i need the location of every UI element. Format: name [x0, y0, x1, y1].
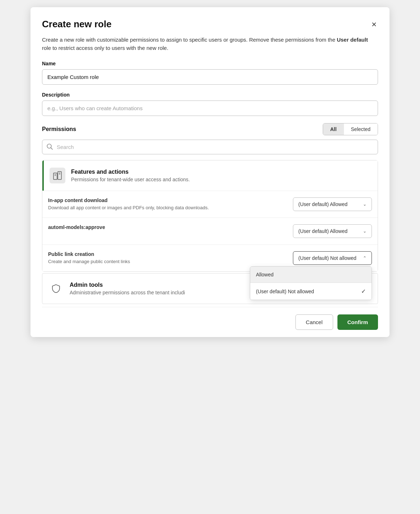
automl-models-approve-row: automl-models:approve (User default) All…: [42, 218, 378, 244]
in-app-content-download-select-container: (User default) Allowed ⌄: [293, 197, 372, 211]
name-label: Name: [42, 61, 378, 66]
public-link-creation-select-container: (User default) Not allowed ⌃ Allowed (Us…: [293, 251, 372, 265]
permissions-header: Permissions All Selected: [42, 123, 378, 135]
in-app-content-download-row: In-app content download Download all app…: [42, 191, 378, 218]
modal-description: Create a new role with customizable perm…: [42, 36, 378, 52]
confirm-button[interactable]: Confirm: [337, 314, 378, 330]
search-input[interactable]: [42, 140, 378, 154]
description-input[interactable]: [42, 101, 378, 116]
features-actions-desc: Permissions for tenant-wide user access …: [71, 177, 190, 182]
description-label: Description: [42, 92, 378, 98]
close-button[interactable]: ×: [370, 19, 378, 30]
modal-header: Create new role ×: [42, 19, 378, 30]
chevron-down-icon: ⌄: [363, 202, 367, 207]
public-link-creation-name: Public link creation: [48, 251, 287, 257]
permissions-label: Permissions: [42, 126, 76, 132]
svg-rect-3: [58, 172, 61, 179]
admin-tools-title: Admin tools: [70, 282, 185, 288]
dropdown-item-user-default-not-allowed[interactable]: (User default) Not allowed ✓: [250, 283, 372, 300]
modal-footer: Cancel Confirm: [42, 307, 378, 337]
automl-models-approve-select[interactable]: (User default) Allowed ⌄: [293, 224, 372, 238]
admin-tools-desc: Administrative permissions across the te…: [70, 290, 185, 295]
chevron-up-icon: ⌃: [363, 256, 367, 261]
modal-title: Create new role: [42, 19, 112, 30]
cancel-button[interactable]: Cancel: [295, 314, 333, 330]
public-link-creation-desc: Create and manage public content links: [48, 258, 287, 265]
in-app-content-download-desc: Download all app content or images and P…: [48, 205, 287, 211]
chevron-down-icon: ⌄: [363, 229, 367, 234]
toggle-selected-button[interactable]: Selected: [344, 123, 378, 135]
in-app-content-download-select[interactable]: (User default) Allowed ⌄: [293, 197, 372, 211]
automl-models-approve-select-container: (User default) Allowed ⌄: [293, 224, 372, 238]
public-link-creation-dropdown: Allowed (User default) Not allowed ✓: [250, 266, 372, 300]
in-app-content-download-name: In-app content download: [48, 197, 287, 203]
features-actions-section: Features and actions Permissions for ten…: [42, 160, 378, 272]
admin-tools-icon: [48, 281, 64, 296]
toggle-all-button[interactable]: All: [323, 123, 344, 135]
features-actions-title: Features and actions: [71, 169, 190, 175]
description-field-group: Description: [42, 92, 378, 123]
check-icon: ✓: [361, 288, 366, 295]
name-input[interactable]: [42, 69, 378, 85]
features-actions-header: Features and actions Permissions for ten…: [42, 160, 378, 191]
create-role-modal: Create new role × Create a new role with…: [31, 7, 389, 337]
public-link-creation-select[interactable]: (User default) Not allowed ⌃: [293, 251, 372, 265]
dropdown-item-allowed[interactable]: Allowed: [250, 267, 372, 282]
automl-models-approve-name: automl-models:approve: [48, 224, 287, 230]
permissions-toggle-group: All Selected: [323, 123, 378, 135]
features-actions-icon: [50, 168, 65, 183]
name-field-group: Name: [42, 61, 378, 92]
public-link-creation-row: Public link creation Create and manage p…: [42, 244, 378, 271]
svg-rect-2: [53, 173, 57, 179]
search-wrapper: [42, 140, 378, 154]
